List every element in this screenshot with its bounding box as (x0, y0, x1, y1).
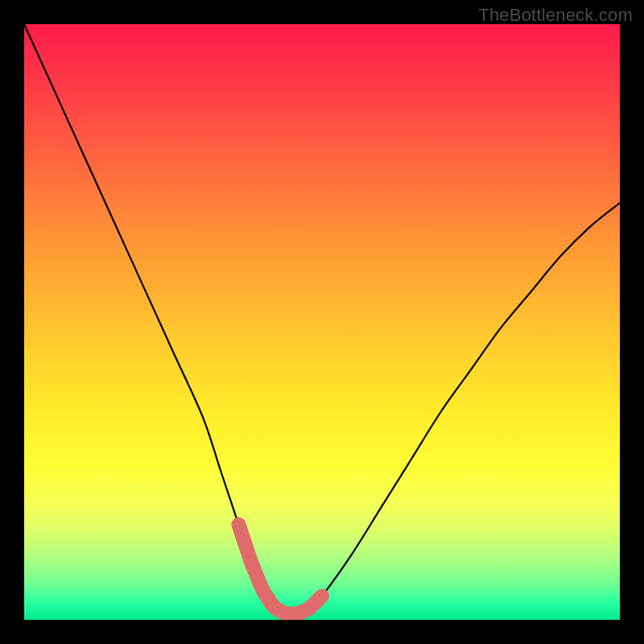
chart-stage: TheBottleneck.com (0, 0, 644, 644)
optimal-region-marker (238, 525, 322, 614)
watermark-text: TheBottleneck.com (478, 5, 633, 26)
curve-layer (24, 24, 620, 620)
plot-area (24, 24, 620, 620)
bottleneck-curve (24, 24, 620, 615)
